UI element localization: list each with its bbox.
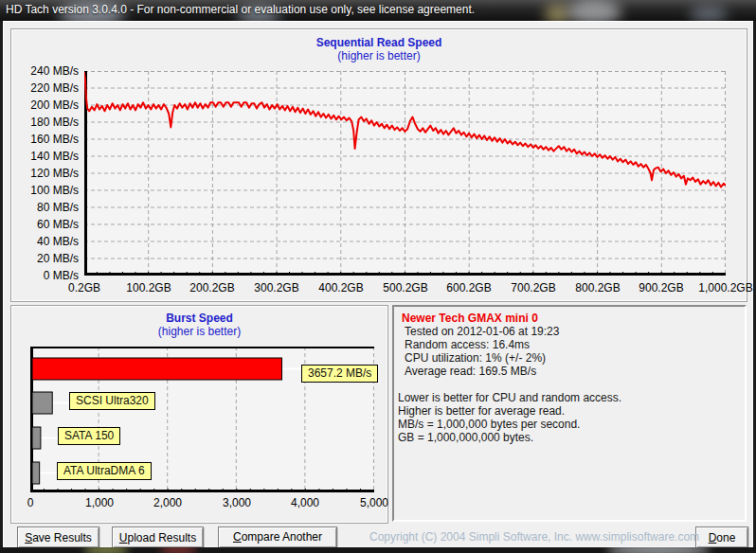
x-axis-tick-label: 200.2GB (182, 281, 243, 294)
y-axis-tick-label: 0 MB/s (22, 269, 79, 282)
y-axis-tick-label: 60 MB/s (22, 218, 79, 231)
random-access-line: Random access: 16.4ms (405, 338, 530, 351)
burst-x-tick-label: 2,000 (137, 496, 198, 509)
aero-glass-highlight (159, 547, 197, 553)
scsi-ultra320-bar (32, 392, 52, 414)
sequential-chart-subtitle: (higher is better) (11, 49, 747, 62)
x-axis-tick-label: 300.2GB (246, 281, 307, 294)
y-axis-tick-label: 20 MB/s (22, 252, 79, 265)
y-axis-tick-label: 200 MB/s (22, 98, 79, 112)
burst-chart-subtitle: (higher is better) (11, 325, 387, 338)
sata-150-tag: SATA 150 (58, 427, 120, 445)
window-titlebar[interactable]: HD Tach version 3.0.4.0 - For non-commer… (0, 0, 756, 21)
window-bottom-edge (0, 547, 756, 553)
x-axis-tick-label: 600.2GB (439, 281, 499, 294)
upload-results-button[interactable]: Upload Results (112, 526, 204, 548)
y-axis-tick-label: 80 MB/s (22, 201, 79, 214)
y-axis-tick-label: 40 MB/s (22, 235, 79, 248)
burst-chart-title: Burst Speed (11, 312, 387, 325)
compare-another-drive-button[interactable]: Compare Another Drive (218, 526, 337, 548)
tested-drive-burst-bar (32, 358, 282, 380)
burst-x-tick-label: 4,000 (275, 496, 335, 509)
sequential-read-plot-area (84, 71, 726, 276)
burst-x-tick-label: 3,000 (207, 496, 267, 509)
drive-info-panel: Newer Tech GMAX mini 0 Tested on 2012-01… (392, 305, 747, 522)
done-label: Done (696, 528, 747, 547)
drive-name: Newer Tech GMAX mini 0 (402, 312, 538, 325)
note-line: GB = 1,000,000,000 bytes. (398, 431, 533, 444)
sata-150-bar (32, 427, 41, 449)
aero-glass-highlight (690, 6, 728, 21)
window-title: HD Tach version 3.0.4.0 - For non-commer… (6, 3, 475, 16)
save-results-label: Save Results (18, 528, 99, 547)
x-axis-tick-label: 800.2GB (567, 281, 628, 294)
client-area: Sequential Read Speed (higher is better)… (3, 21, 753, 547)
sequential-chart-title: Sequential Read Speed (11, 36, 747, 49)
x-axis-tick-label: 700.2GB (503, 281, 564, 294)
tested-drive-burst-tag: 3657.2 MB/s (301, 365, 378, 383)
tested-on-line: Tested on 2012-01-06 at 19:23 (405, 325, 559, 338)
x-axis-tick-label: 500.2GB (375, 281, 436, 294)
y-axis-tick-label: 240 MB/s (22, 64, 79, 78)
x-axis-tick-label: 400.2GB (311, 281, 371, 294)
average-read-line: Average read: 169.5 MB/s (405, 365, 536, 378)
y-axis-tick-label: 220 MB/s (22, 81, 79, 95)
y-axis-tick-label: 120 MB/s (22, 167, 79, 180)
burst-x-tick-label: 0 (0, 496, 61, 509)
sequential-read-chart (84, 71, 726, 276)
note-line: MB/s = 1,000,000 bytes per second. (398, 418, 580, 431)
x-axis-tick-label: 100.2GB (118, 281, 179, 294)
y-axis-tick-label: 180 MB/s (22, 116, 79, 129)
burst-x-tick-label: 1,000 (69, 496, 130, 509)
cpu-utilization-line: CPU utilization: 1% (+/- 2%) (405, 351, 546, 365)
ata-ultradma-6-tag: ATA UltraDMA 6 (57, 462, 152, 480)
hd-tach-window: HD Tach version 3.0.4.0 - For non-commer… (0, 0, 756, 553)
y-axis-tick-label: 140 MB/s (22, 150, 79, 163)
copyright-text: Copyright (C) 2004 Simpli Software, Inc.… (369, 530, 699, 544)
aero-glass-highlight (567, 0, 621, 21)
y-axis-tick-label: 160 MB/s (22, 133, 79, 146)
done-button[interactable]: Done (695, 526, 748, 548)
x-axis-tick-label: 1,000.2GB (695, 281, 756, 294)
ata-ultradma-6-bar (32, 462, 40, 484)
save-results-button[interactable]: Save Results (17, 526, 99, 548)
x-axis-tick-label: 900.2GB (631, 281, 692, 294)
note-line: Higher is better for average read. (398, 404, 565, 418)
note-line: Lower is better for CPU and random acces… (398, 391, 621, 404)
y-axis-tick-label: 100 MB/s (22, 184, 79, 197)
upload-results-label: Upload Results (113, 528, 203, 547)
sequential-read-panel: Sequential Read Speed (higher is better)… (10, 28, 747, 302)
x-axis-tick-label: 0.2GB (54, 281, 115, 294)
burst-speed-panel: Burst Speed (higher is better) 3657.2 MB… (10, 305, 388, 524)
scsi-ultra320-tag: SCSI Ultra320 (69, 392, 155, 410)
aero-glass-highlight (83, 547, 129, 553)
aero-glass-highlight (606, 547, 711, 553)
